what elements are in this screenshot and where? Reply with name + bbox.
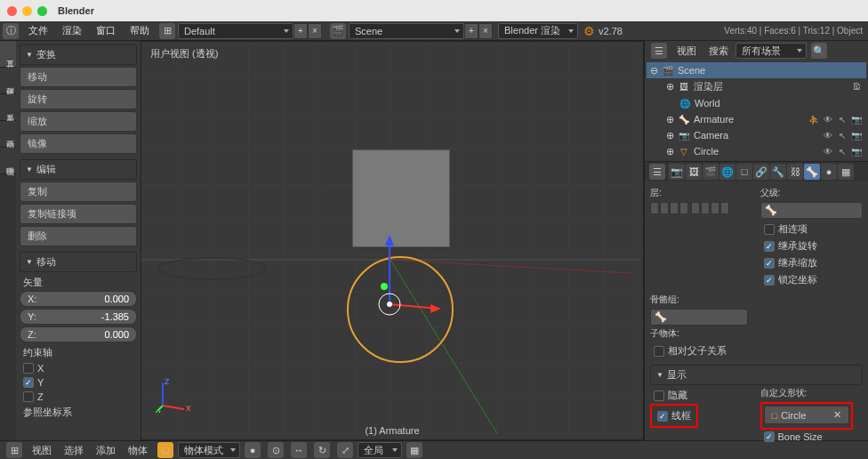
tab-texture[interactable]: ▦ bbox=[838, 164, 854, 180]
delete-button[interactable]: 删除 bbox=[20, 226, 137, 246]
shading-icon[interactable]: ● bbox=[245, 442, 261, 458]
bb-add[interactable]: 添加 bbox=[91, 444, 121, 457]
tab-relations[interactable]: 关系 bbox=[0, 94, 16, 121]
expand-icon[interactable]: ⊕ bbox=[666, 81, 674, 93]
hide-check[interactable]: 隐藏 bbox=[650, 387, 753, 404]
scene-remove[interactable]: × bbox=[478, 23, 493, 39]
mode-dropdown[interactable]: 物体模式 bbox=[178, 442, 240, 458]
tab-constraints[interactable]: 🔗 bbox=[753, 164, 769, 180]
mirror-button[interactable]: 镜像 bbox=[20, 133, 137, 154]
outliner-type-icon[interactable]: ☰ bbox=[651, 43, 667, 59]
y-field[interactable]: Y:-1.385 bbox=[20, 309, 137, 325]
tab-modifiers[interactable]: 🔧 bbox=[770, 164, 786, 180]
window-maximize[interactable] bbox=[37, 6, 47, 16]
render-icon[interactable]: 📷 bbox=[850, 131, 863, 141]
tab-world[interactable]: 🌐 bbox=[719, 164, 735, 180]
menu-help[interactable]: 帮助 bbox=[123, 24, 157, 37]
cursor-icon[interactable]: ↖ bbox=[836, 115, 848, 125]
tab-physics[interactable]: 物理 bbox=[0, 148, 16, 174]
menu-file[interactable]: 文件 bbox=[21, 24, 55, 37]
layer-grid-1[interactable] bbox=[650, 202, 688, 214]
tab-bone[interactable]: 🦴 bbox=[804, 164, 820, 180]
blender-icon[interactable]: ⓘ bbox=[3, 23, 19, 39]
rotate-icon[interactable]: ↻ bbox=[314, 442, 330, 458]
tab-material[interactable]: ● bbox=[821, 164, 837, 180]
props-type-icon[interactable]: ☰ bbox=[649, 164, 665, 180]
expand-icon[interactable]: ⊕ bbox=[666, 130, 674, 141]
window-close[interactable] bbox=[7, 6, 17, 16]
engine-dropdown[interactable]: Blender 渲染 bbox=[498, 23, 578, 39]
edit-header[interactable]: 编辑 bbox=[20, 159, 137, 180]
bb-object[interactable]: 物体 bbox=[123, 444, 153, 457]
tree-world[interactable]: 🌐 World bbox=[647, 95, 866, 111]
lock-loc-check[interactable]: 锁定坐标 bbox=[760, 271, 864, 288]
bb-select[interactable]: 选择 bbox=[59, 444, 89, 457]
render-icon[interactable]: 📷 bbox=[850, 115, 863, 125]
inherit-rot-check[interactable]: 继承旋转 bbox=[760, 238, 864, 254]
pose-icon[interactable]: ⛹ bbox=[808, 115, 820, 125]
constraint-y[interactable]: Y bbox=[20, 375, 137, 390]
eye-icon[interactable]: 👁 bbox=[822, 115, 834, 125]
constraint-x[interactable]: X bbox=[20, 361, 137, 375]
tab-render[interactable]: 📷 bbox=[669, 164, 685, 180]
custom-shape-field[interactable]: □ Circle ✕ bbox=[764, 406, 849, 424]
clear-icon[interactable]: ✕ bbox=[833, 409, 841, 421]
inherit-scale-check[interactable]: 继承缩放 bbox=[760, 254, 864, 271]
x-field[interactable]: X:0.000 bbox=[20, 291, 137, 307]
rel-parent-check[interactable]: 相对父子关系 bbox=[650, 342, 863, 359]
viewport-3d[interactable]: 用户视图 (透视) (1) Armature x y z bbox=[141, 41, 644, 440]
bone-group-field[interactable]: 🦴 bbox=[650, 309, 748, 326]
rotate-button[interactable]: 旋转 bbox=[20, 89, 137, 109]
expand-icon[interactable]: ⊖ bbox=[650, 65, 658, 76]
expand-icon[interactable]: ⊕ bbox=[666, 146, 674, 157]
outliner-filter[interactable]: 所有场景 bbox=[735, 43, 807, 59]
layer-grid-2[interactable] bbox=[691, 202, 729, 214]
image-icon[interactable]: 🖻 bbox=[850, 82, 863, 92]
eye-icon[interactable]: 👁 bbox=[822, 147, 834, 157]
tab-tools[interactable]: 工具 bbox=[0, 41, 16, 68]
tree-renderlayer[interactable]: ⊕ 🖼 渲染层 🖻 bbox=[647, 78, 866, 95]
eye-icon[interactable]: 👁 bbox=[822, 131, 834, 141]
search-icon[interactable]: 🔍 bbox=[811, 43, 827, 59]
menu-window[interactable]: 窗口 bbox=[89, 24, 123, 37]
tab-scene[interactable]: 🎬 bbox=[703, 164, 719, 180]
scene-add[interactable]: + bbox=[464, 23, 478, 39]
tab-create[interactable]: 创建 bbox=[0, 68, 16, 94]
transform-header[interactable]: 变换 bbox=[20, 44, 137, 65]
bone-size-check[interactable]: Bone Size bbox=[760, 430, 864, 444]
cursor-icon[interactable]: ↖ bbox=[836, 147, 848, 157]
tab-data[interactable]: ⛓ bbox=[787, 164, 803, 180]
z-field[interactable]: Z:0.000 bbox=[20, 326, 137, 342]
scale-button[interactable]: 缩放 bbox=[20, 111, 137, 132]
outliner-search[interactable]: 搜索 bbox=[703, 44, 734, 58]
translate-header[interactable]: 移动 bbox=[20, 252, 137, 272]
move-button[interactable]: 移动 bbox=[20, 67, 137, 87]
back-icon[interactable]: ⊞ bbox=[159, 23, 175, 39]
tab-animation[interactable]: 动画 bbox=[0, 121, 16, 148]
related-check[interactable]: 相连项 bbox=[760, 221, 864, 238]
scene-icon[interactable]: 🎬 bbox=[330, 23, 346, 39]
wireframe-check[interactable]: 线框 bbox=[654, 407, 695, 424]
parent-field[interactable]: 🦴 bbox=[760, 202, 864, 219]
manipulator-icon[interactable]: ↔ bbox=[291, 442, 307, 458]
tree-circle[interactable]: ⊕ ▽ Circle 👁↖📷 bbox=[647, 143, 866, 159]
layers-icon[interactable]: ▦ bbox=[406, 442, 422, 458]
layout-remove[interactable]: × bbox=[308, 23, 322, 39]
constraint-z[interactable]: Z bbox=[20, 390, 137, 404]
pivot-icon[interactable]: ⊙ bbox=[268, 442, 284, 458]
tab-layers[interactable]: 🖼 bbox=[686, 164, 702, 180]
tab-object[interactable]: □ bbox=[736, 164, 752, 180]
layout-dropdown[interactable]: Default bbox=[178, 23, 293, 39]
editor-type-icon[interactable]: ⊞ bbox=[6, 442, 22, 458]
render-icon[interactable]: 📷 bbox=[850, 147, 863, 157]
display-header[interactable]: 显示 bbox=[650, 365, 863, 385]
menu-render[interactable]: 渲染 bbox=[55, 24, 89, 37]
expand-icon[interactable]: ⊕ bbox=[666, 114, 674, 125]
window-minimize[interactable] bbox=[22, 6, 32, 16]
tree-armature[interactable]: ⊕ 🦴 Armature ⛹👁↖📷 bbox=[647, 111, 866, 127]
layout-add[interactable]: + bbox=[293, 23, 308, 39]
cursor-icon[interactable]: ↖ bbox=[836, 131, 848, 141]
duplicate-button[interactable]: 复制 bbox=[20, 181, 137, 202]
tree-scene[interactable]: ⊖ 🎬 Scene bbox=[647, 62, 866, 78]
manipulator-gizmo[interactable] bbox=[372, 233, 443, 340]
